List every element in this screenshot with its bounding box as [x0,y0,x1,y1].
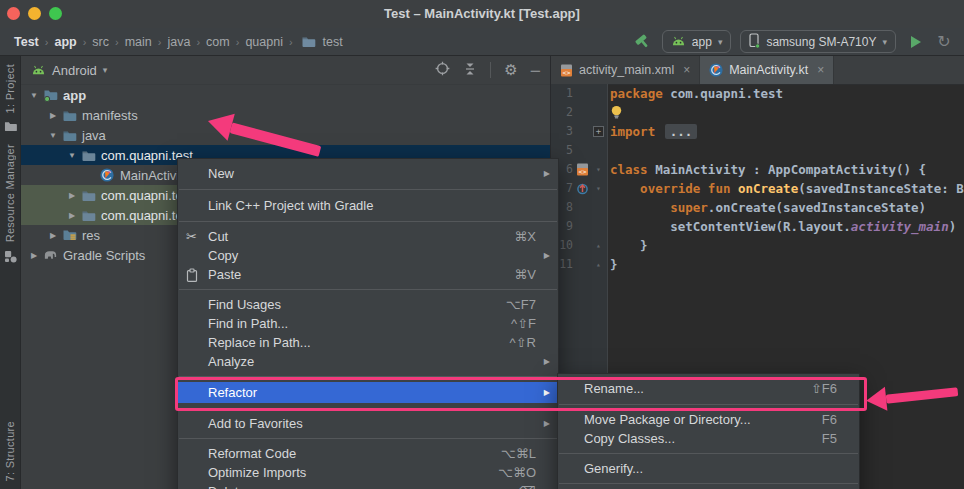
tool-window-button[interactable]: Resource Manager [4,144,16,242]
device-label: samsung SM-A710Y [766,35,876,49]
menu-item-label: Add to Favorites [208,416,303,431]
code-line: 2 [551,103,964,122]
svg-text:<>: <> [563,69,571,77]
android-studio-window: Test – MainActivity.kt [Test.app] Test›a… [0,0,964,489]
breadcrumb-item[interactable]: app [54,35,76,49]
breadcrumb-separator: › [236,36,240,48]
tree-toggle-icon[interactable]: ▶ [46,231,60,240]
fold-marker[interactable]: ▾ [591,160,606,179]
submenu-arrow-icon: ▶ [536,251,550,260]
code-text: super.onCreate(savedInstanceState) [606,198,926,217]
menu-item-paste[interactable]: Paste ⌘V [178,265,558,284]
code-text [606,103,629,122]
menu-item-find-usages[interactable]: Find Usages ⌥F7 [178,295,558,314]
close-tab-icon[interactable]: × [683,63,690,77]
tree-toggle-icon[interactable]: ▶ [65,211,79,220]
breadcrumb-item[interactable]: java [167,35,190,49]
tree-item-label: res [82,228,100,243]
menu-item-label: Replace in Path... [208,335,311,350]
run-button[interactable] [905,32,925,52]
editor-tab[interactable]: MainActivity.kt × [700,56,834,84]
menu-item-analyze[interactable]: Analyze ▶ [178,352,558,371]
tree-item[interactable]: ▶ manifests [21,105,550,125]
tree-toggle-icon[interactable]: ▼ [65,151,79,160]
menu-item-label: Optimize Imports [208,465,306,480]
menu-item-find-in-path[interactable]: Find in Path... ^⇧F [178,314,558,333]
menu-item-cut[interactable]: ✂ Cut ⌘X [178,227,558,246]
menu-item-shortcut: F6 [822,412,837,427]
menu-item-shortcut: ⌥F7 [506,297,536,312]
locate-target-icon[interactable] [435,61,450,79]
tool-window-button[interactable]: 1: Project [4,64,16,113]
breadcrumb-item[interactable]: quapni [245,35,283,49]
breadcrumb-separator: › [45,36,49,48]
code-line: 1 package com.quapni.test [551,84,964,103]
tree-toggle-icon[interactable]: ▼ [46,131,60,140]
hide-panel-icon[interactable]: ─ [531,63,540,78]
tree-toggle-icon[interactable]: ▶ [65,191,79,200]
code-line: 8 super.onCreate(savedInstanceState) [551,198,964,217]
code-text: package com.quapni.test [606,84,783,103]
breadcrumb-item[interactable]: main [125,35,152,49]
menu-item-rename[interactable]: Rename... ⇧F6 [558,378,859,399]
android-icon [671,35,686,49]
menu-item-copy-classes[interactable]: Copy Classes... F5 [558,429,859,448]
package-folder-icon [79,149,97,162]
rerun-icon[interactable]: ↻ [934,32,954,52]
menu-separator [179,221,557,222]
menu-item-label: Move Package or Directory... [584,412,751,427]
menu-item-generify[interactable]: Generify... [558,459,859,478]
tree-toggle-icon[interactable]: ▶ [46,111,60,120]
lightbulb-icon[interactable] [610,105,623,119]
code-line: 6 <> ▾ class MainActivity : AppCompatAct… [551,160,964,179]
fold-marker[interactable]: + [591,122,606,141]
menu-item-add-to-favorites[interactable]: Add to Favorites ▶ [178,414,558,433]
device-dropdown[interactable]: samsung SM-A710Y ▾ [740,30,896,53]
project-icon[interactable] [4,120,17,132]
breadcrumb-separator: › [83,36,87,48]
menu-item-copy[interactable]: Copy ▶ [178,246,558,265]
menu-item-optimize-imports[interactable]: Optimize Imports ⌥⌘O [178,463,558,482]
editor-tab[interactable]: <> activity_main.xml × [551,56,700,84]
refactor-submenu: Rename... ⇧F6 Move Package or Directory.… [557,373,860,489]
menu-item-label: Analyze [208,354,254,369]
tree-item[interactable]: ▼ app [21,85,550,105]
device-phone-icon [749,33,760,51]
breadcrumb-item[interactable]: src [92,35,109,49]
breadcrumb-item[interactable]: Test [14,35,39,49]
editor-tab-bar: <> activity_main.xml × MainActivity.kt × [551,56,964,85]
gear-icon[interactable]: ⚙ [504,61,517,79]
package-folder-icon [79,189,97,202]
menu-item-refactor[interactable]: Refactor ▶ [178,382,558,403]
menu-item-link-c-project-with-gradle[interactable]: Link C++ Project with Gradle [178,195,558,216]
collapse-all-icon[interactable] [463,62,477,79]
close-tab-icon[interactable]: × [817,63,824,77]
menu-item-replace-in-path[interactable]: Replace in Path... ^⇧R [178,333,558,352]
chevron-down-icon[interactable]: ▾ [103,65,108,75]
tree-item[interactable]: ▼ java [21,125,550,145]
menu-item-new[interactable]: New ▶ [178,163,558,184]
fold-marker[interactable]: ▴ [591,255,606,274]
menu-item-move-package-or-directory[interactable]: Move Package or Directory... F6 [558,410,859,429]
kotlin-icon [709,63,723,77]
breadcrumb-item[interactable]: test [323,35,343,49]
build-hammer-icon[interactable] [633,32,653,52]
menu-item-label: Rename... [584,381,644,396]
fold-marker[interactable]: ▾ [591,179,606,198]
run-config-dropdown[interactable]: app ▾ [662,30,732,53]
code-line: 10 ▴ } [551,236,964,255]
project-view-selector[interactable]: Android [52,63,97,78]
menu-item-shortcut: ⌘V [514,267,536,282]
submenu-arrow-icon: ▶ [536,388,550,397]
tree-toggle-icon[interactable]: ▶ [27,251,41,260]
menu-item-reformat-code[interactable]: Reformat Code ⌥⌘L [178,444,558,463]
navigation-bar: Test›app›src›main›java›com›quapni›test a… [0,28,964,56]
resource-manager-icon[interactable] [4,250,17,263]
tree-toggle-icon[interactable]: ▼ [27,91,41,100]
breadcrumb-item[interactable]: com [206,35,230,49]
line-number: 1 [551,84,573,103]
tool-window-button[interactable]: 7: Structure [4,421,16,481]
project-panel-header: Android ▾ ⚙ ─ [21,56,550,85]
menu-item-delete[interactable]: Delete... ⌫ [178,482,558,489]
fold-marker[interactable]: ▴ [591,236,606,255]
